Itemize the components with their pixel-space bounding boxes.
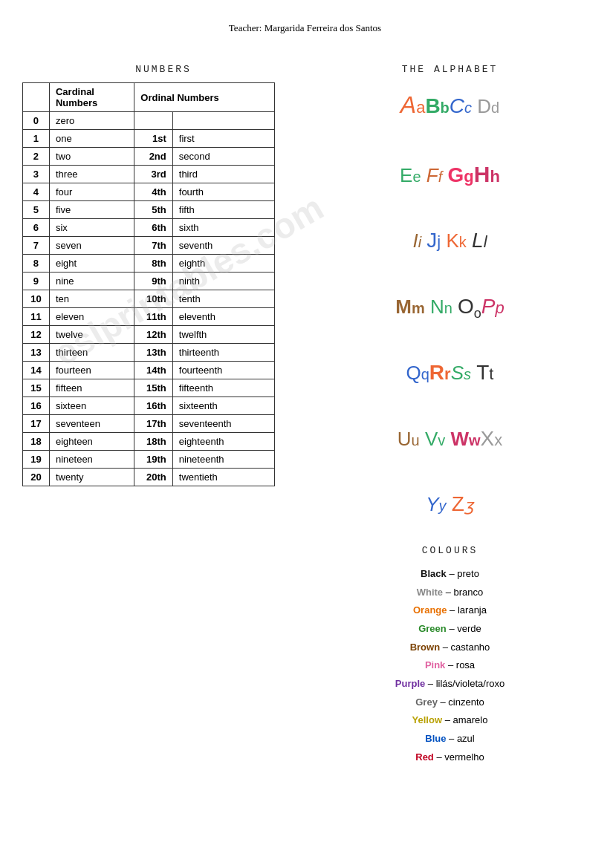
cell-num: 16 (23, 397, 50, 415)
colour-item: Grey – cinzento (395, 694, 504, 712)
alpha-row-6: Uu Vv WwXx (395, 422, 504, 456)
cell-ordinal-num: 14th (134, 362, 172, 379)
colour-dash: – amarelo (442, 714, 487, 725)
cell-cardinal: four (49, 183, 134, 201)
cell-num: 3 (23, 166, 50, 183)
cell-ordinal-word: fifth (172, 201, 274, 219)
cell-ordinal-num: 12th (134, 326, 172, 344)
cell-ordinal-num: 20th (134, 469, 172, 486)
colour-dash: – vermelho (434, 751, 484, 763)
alpha-row-4: Mm Nn OoPp (395, 290, 504, 324)
cell-ordinal-word: nineteenth (172, 451, 274, 469)
cell-ordinal-word: eighth (172, 255, 274, 273)
colour-dash: – preto (447, 568, 479, 579)
numbers-table: Cardinal Numbers Ordinal Numbers 0 zero … (22, 82, 275, 486)
alpha-row-3: Ii Jj Kk Ll (395, 224, 504, 258)
cell-cardinal: eleven (49, 308, 134, 326)
cell-cardinal: twenty (49, 469, 134, 486)
cell-ordinal-word: thirteenth (172, 344, 274, 362)
colours-section: COLOURS Black – pretoWhite – brancoOrang… (395, 545, 504, 767)
alpha-row-7: Yy Zʒ (395, 488, 504, 521)
table-row: 1 one 1st first (23, 130, 275, 148)
table-row: 17 seventeen 17th seventeenth (23, 415, 275, 433)
cell-ordinal-word (172, 112, 274, 130)
cell-ordinal-num: 8th (134, 255, 172, 273)
colour-name: Green (418, 623, 447, 634)
colour-item: Brown – castanho (395, 639, 504, 657)
cell-cardinal: zero (49, 112, 134, 130)
table-row: 9 nine 9th ninth (23, 273, 275, 290)
cell-ordinal-num: 7th (134, 237, 172, 255)
table-row: 20 twenty 20th twentieth (23, 469, 275, 486)
cell-num: 19 (23, 451, 50, 469)
cell-cardinal: three (49, 166, 134, 183)
cell-num: 4 (23, 183, 50, 201)
cell-ordinal-num: 19th (134, 451, 172, 469)
cell-num: 14 (23, 362, 50, 379)
cell-num: 8 (23, 255, 50, 273)
left-section: NUMBERS Cardinal Numbers Ordinal Numbers… (22, 64, 305, 486)
cell-ordinal-word: tenth (172, 290, 274, 308)
cell-cardinal: seventeen (49, 415, 134, 433)
cell-cardinal: nineteen (49, 451, 134, 469)
colour-item: Green – verde (395, 620, 504, 639)
table-header-row: Cardinal Numbers Ordinal Numbers (23, 83, 275, 112)
cell-num: 11 (23, 308, 50, 326)
cell-num: 20 (23, 469, 50, 486)
colour-name: Blue (425, 733, 446, 744)
page: Teacher: Margarida Ferreira dos Santos N… (0, 0, 610, 868)
alpha-row-1: AaBbCc Dd (395, 86, 504, 124)
table-row: 5 five 5th fifth (23, 201, 275, 219)
cell-cardinal: two (49, 148, 134, 166)
table-row: 3 three 3rd third (23, 166, 275, 183)
cell-ordinal-word: first (172, 130, 274, 148)
cell-ordinal-word: fourth (172, 183, 274, 201)
table-row: 11 eleven 11th eleventh (23, 308, 275, 326)
cell-ordinal-num: 17th (134, 415, 172, 433)
cell-ordinal-word: third (172, 166, 274, 183)
table-row: 18 eighteen 18th eighteenth (23, 433, 275, 451)
cell-cardinal: one (49, 130, 134, 148)
cell-ordinal-word: twentieth (172, 469, 274, 486)
cell-num: 12 (23, 326, 50, 344)
cell-cardinal: thirteen (49, 344, 134, 362)
cell-num: 1 (23, 130, 50, 148)
cell-num: 9 (23, 273, 50, 290)
colours-title: COLOURS (395, 545, 504, 556)
colour-item: Blue – azul (395, 730, 504, 748)
colour-name: White (417, 587, 443, 598)
teacher-line: Teacher: Margarida Ferreira dos Santos (22, 22, 588, 34)
colour-name: Pink (425, 659, 445, 670)
main-content: NUMBERS Cardinal Numbers Ordinal Numbers… (22, 64, 588, 766)
cell-ordinal-num (134, 112, 172, 130)
cell-cardinal: fifteen (49, 379, 134, 397)
cell-ordinal-word: sixteenth (172, 397, 274, 415)
colour-dash: – branco (443, 587, 483, 598)
colours-list: Black – pretoWhite – brancoOrange – lara… (395, 565, 504, 767)
colour-dash: – castanho (440, 642, 490, 653)
colour-name: Brown (410, 642, 440, 653)
col-header-ordinal: Ordinal Numbers (134, 83, 275, 112)
cell-num: 0 (23, 112, 50, 130)
cell-ordinal-num: 1st (134, 130, 172, 148)
cell-ordinal-num: 2nd (134, 148, 172, 166)
colour-name: Purple (395, 678, 425, 689)
colour-dash: – cinzento (438, 696, 484, 708)
cell-ordinal-num: 5th (134, 201, 172, 219)
colour-name: Yellow (412, 714, 442, 725)
cell-num: 2 (23, 148, 50, 166)
cell-ordinal-num: 11th (134, 308, 172, 326)
cell-ordinal-num: 6th (134, 219, 172, 237)
cell-cardinal: five (49, 201, 134, 219)
colour-dash: – rosa (445, 659, 475, 670)
alpha-row-2: Ee Ff GgHh (395, 157, 504, 192)
table-row: 8 eight 8th eighth (23, 255, 275, 273)
colour-item: Red – vermelho (395, 748, 504, 767)
cell-ordinal-word: seventh (172, 237, 274, 255)
colour-dash: – verde (447, 623, 481, 634)
table-row: 2 two 2nd second (23, 148, 275, 166)
colour-dash: – lilás/violeta/roxo (425, 678, 504, 689)
cell-ordinal-num: 3rd (134, 166, 172, 183)
table-row: 6 six 6th sixth (23, 219, 275, 237)
cell-ordinal-word: fourteenth (172, 362, 274, 379)
